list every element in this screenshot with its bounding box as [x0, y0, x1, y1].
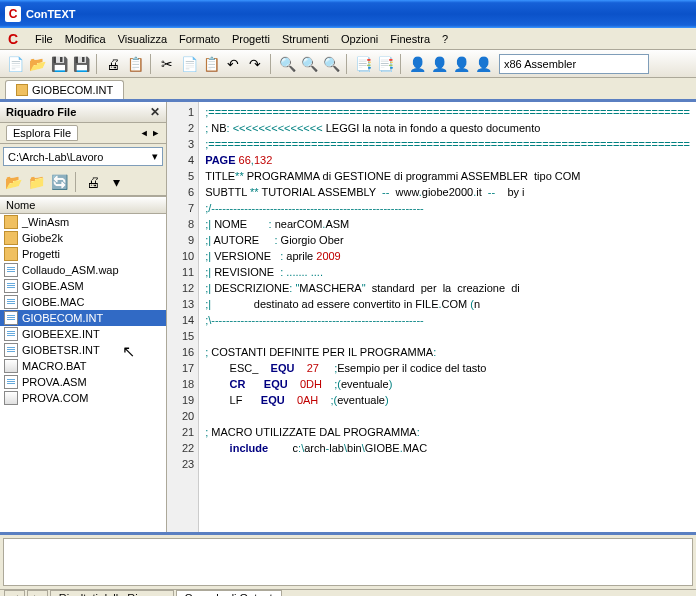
save-icon[interactable]: 💾 [49, 54, 69, 74]
file-item[interactable]: Giobe2k [0, 230, 166, 246]
menu-progetti[interactable]: Progetti [226, 31, 276, 47]
code-line[interactable]: ; MACRO UTILIZZATE DAL PROGRAMMA: [205, 424, 690, 440]
window-titlebar: C ConTEXT [0, 0, 696, 28]
tab-label: GIOBECOM.INT [32, 84, 113, 96]
highlighter-combo[interactable] [499, 54, 649, 74]
bookmark-next-icon[interactable]: 📑 [375, 54, 395, 74]
menu-formato[interactable]: Formato [173, 31, 226, 47]
line-number: 3 [167, 136, 194, 152]
more-icon[interactable]: ▾ [106, 172, 126, 192]
line-number: 10 [167, 248, 194, 264]
file-item[interactable]: GIOBE.ASM [0, 278, 166, 294]
file-item-label: _WinAsm [22, 216, 69, 228]
current-path: C:\Arch-Lab\Lavoro [8, 151, 103, 163]
save-all-icon[interactable]: 💾 [71, 54, 91, 74]
tab-nav-prev[interactable]: ◄ [4, 590, 25, 596]
code-line[interactable]: ESC_ EQU 27 ;Esempio per il codice del t… [205, 360, 690, 376]
code-line[interactable]: ;\--------------------------------------… [205, 312, 690, 328]
file-item[interactable]: Collaudo_ASM.wap [0, 262, 166, 278]
code-line[interactable] [205, 408, 690, 424]
code-line[interactable]: PAGE 66,132 [205, 152, 690, 168]
undo-icon[interactable]: ↶ [223, 54, 243, 74]
code-line[interactable]: ;| REVISIONE : ....... .... [205, 264, 690, 280]
menu-visualizza[interactable]: Visualizza [112, 31, 173, 47]
file-item[interactable]: GIOBECOM.INT [0, 310, 166, 326]
user-tool-4-icon[interactable]: 👤 [473, 54, 493, 74]
find-in-files-icon[interactable]: 🔍 [321, 54, 341, 74]
document-tab[interactable]: GIOBECOM.INT [5, 80, 124, 99]
menu-help[interactable]: ? [436, 31, 454, 47]
line-number: 20 [167, 408, 194, 424]
document-tab-bar: GIOBECOM.INT [0, 78, 696, 102]
menu-opzioni[interactable]: Opzioni [335, 31, 384, 47]
search-results-tab[interactable]: Risultati della Ricerca [50, 590, 174, 596]
path-box[interactable]: C:\Arch-Lab\Lavoro ▾ [3, 147, 163, 166]
line-number: 23 [167, 456, 194, 472]
code-line[interactable]: CR EQU 0DH ;(eventuale) [205, 376, 690, 392]
code-line[interactable]: ;| AUTORE : Giorgio Ober [205, 232, 690, 248]
code-area[interactable]: ;=======================================… [199, 102, 696, 532]
menu-finestra[interactable]: Finestra [384, 31, 436, 47]
menu-file[interactable]: File [29, 31, 59, 47]
file-item[interactable]: GIOBE.MAC [0, 294, 166, 310]
code-line[interactable]: LF EQU 0AH ;(eventuale) [205, 392, 690, 408]
file-item[interactable]: PROVA.ASM [0, 374, 166, 390]
tab-nav-arrows[interactable]: ◄ ► [140, 128, 160, 138]
code-line[interactable] [205, 456, 690, 472]
output-console-tab[interactable]: Console di Output [176, 590, 282, 596]
code-line[interactable] [205, 328, 690, 344]
code-line[interactable]: ;/--------------------------------------… [205, 200, 690, 216]
refresh-icon[interactable]: 🔄 [49, 172, 69, 192]
code-line[interactable]: ; COSTANTI DEFINITE PER IL PROGRAMMA: [205, 344, 690, 360]
code-line[interactable]: ;| NOME : nearCOM.ASM [205, 216, 690, 232]
dropdown-icon[interactable]: ▾ [152, 150, 158, 163]
file-item[interactable]: _WinAsm [0, 214, 166, 230]
cut-icon[interactable]: ✂ [157, 54, 177, 74]
folder-icon [4, 231, 18, 245]
menu-modifica[interactable]: Modifica [59, 31, 112, 47]
find-replace-icon[interactable]: 🔍 [299, 54, 319, 74]
paste-icon[interactable]: 📋 [201, 54, 221, 74]
user-tool-3-icon[interactable]: 👤 [451, 54, 471, 74]
explore-file-tab[interactable]: Esplora File [6, 125, 78, 141]
code-editor[interactable]: 1234567891011121314151617181920212223 ;=… [167, 102, 696, 532]
line-number: 15 [167, 328, 194, 344]
print-icon[interactable]: 🖨 [103, 54, 123, 74]
redo-icon[interactable]: ↷ [245, 54, 265, 74]
code-line[interactable]: include c:\arch-lab\bin\GIOBE.MAC [205, 440, 690, 456]
output-panel[interactable] [3, 538, 693, 586]
code-line[interactable]: ;=======================================… [205, 104, 690, 120]
user-tool-1-icon[interactable]: 👤 [407, 54, 427, 74]
new-file-icon[interactable]: 📄 [5, 54, 25, 74]
folder-icon [4, 247, 18, 261]
code-line[interactable]: SUBTTL ** TUTORIAL ASSEMBLY -- www.giobe… [205, 184, 690, 200]
code-line[interactable]: ;| DESCRIZIONE: "MASCHERA" standard per … [205, 280, 690, 296]
file-list[interactable]: _WinAsmGiobe2kProgettiCollaudo_ASM.wapGI… [0, 214, 166, 532]
file-item[interactable]: MACRO.BAT [0, 358, 166, 374]
code-line[interactable]: ; NB: <<<<<<<<<<<<<< LEGGI la nota in fo… [205, 120, 690, 136]
tab-nav-next[interactable]: ► [27, 590, 48, 596]
app-menu-icon[interactable]: C [5, 31, 21, 47]
open-folder-icon[interactable]: 📂 [27, 54, 47, 74]
copy-icon[interactable]: 📄 [179, 54, 199, 74]
filelist-column-header[interactable]: Nome [0, 196, 166, 214]
file-item[interactable]: PROVA.COM [0, 390, 166, 406]
file-item[interactable]: Progetti [0, 246, 166, 262]
code-line[interactable]: TITLE** PROGRAMMA di GESTIONE di program… [205, 168, 690, 184]
file-item[interactable]: GIOBETSR.INT [0, 342, 166, 358]
find-icon[interactable]: 🔍 [277, 54, 297, 74]
panel-close-icon[interactable]: ✕ [150, 105, 160, 119]
up-folder-icon[interactable]: 📂 [3, 172, 23, 192]
print-icon[interactable]: 🖨 [83, 172, 103, 192]
line-number: 9 [167, 232, 194, 248]
print-preview-icon[interactable]: 📋 [125, 54, 145, 74]
code-line[interactable]: ;| VERSIONE : aprile 2009 [205, 248, 690, 264]
user-tool-2-icon[interactable]: 👤 [429, 54, 449, 74]
bookmark-icon[interactable]: 📑 [353, 54, 373, 74]
file-item-label: GIOBE.ASM [22, 280, 84, 292]
code-line[interactable]: ;| destinato ad essere convertito in FIL… [205, 296, 690, 312]
file-item[interactable]: GIOBEEXE.INT [0, 326, 166, 342]
code-line[interactable]: ;=======================================… [205, 136, 690, 152]
menu-strumenti[interactable]: Strumenti [276, 31, 335, 47]
fav-folder-icon[interactable]: 📁 [26, 172, 46, 192]
